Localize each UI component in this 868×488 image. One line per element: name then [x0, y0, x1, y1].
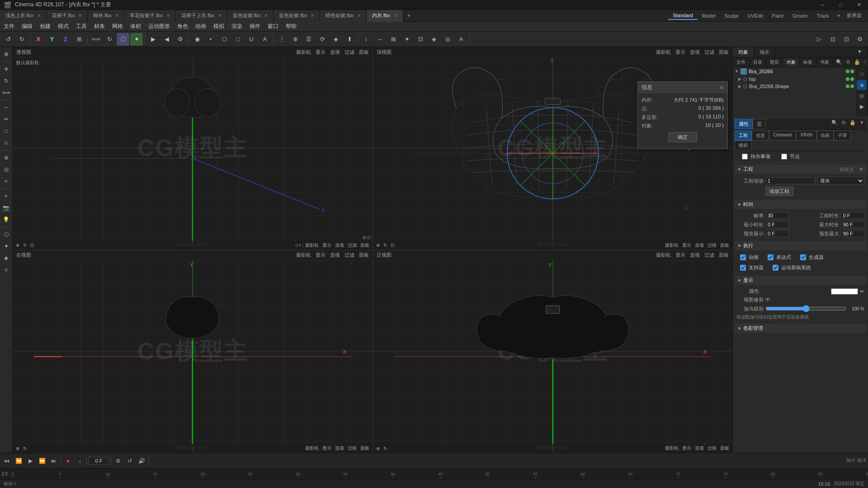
vp-top-cam[interactable]: 摄影机 [664, 242, 680, 249]
props-subtab-xrefs[interactable]: XRefs [796, 131, 816, 141]
vp-right-nav1[interactable]: ⊕ [14, 446, 21, 451]
toolbar-axis-z[interactable]: Z [59, 33, 72, 46]
tab-8-close[interactable]: ✕ [394, 13, 397, 18]
tab-3-close[interactable]: ✕ [166, 13, 170, 18]
toolbar-axis-x[interactable]: X [32, 33, 45, 46]
vp-front-panel[interactable]: 面板 [717, 252, 731, 258]
exec-cb-anim-input[interactable] [740, 254, 746, 260]
vp-right-cam[interactable]: 摄影机 [304, 445, 320, 451]
vp-top-panel[interactable]: 面板 [717, 49, 731, 56]
vp-front-camera[interactable]: 摄影机 [654, 252, 673, 258]
checkbox-node-input[interactable] [781, 154, 787, 160]
props-tab-layer[interactable]: 层 [753, 119, 766, 129]
vp-right-filter[interactable]: 过滤 [343, 252, 356, 258]
vp-front-nav1[interactable]: ⊕ [375, 446, 381, 451]
left-more1[interactable]: ⬡ [1, 229, 12, 240]
left-poly[interactable]: □ [1, 126, 12, 136]
menu-simulate[interactable]: 模拟 [210, 22, 228, 32]
left-select[interactable]: ⊕ [1, 49, 12, 60]
toolbar-render-quick[interactable]: ⊡ [826, 33, 839, 46]
exec-cb-expr[interactable]: 表达式 [764, 253, 795, 262]
vp-persp-filter[interactable]: 过滤 [343, 49, 356, 56]
vp-front-display[interactable]: 显示 [674, 252, 687, 258]
rpanel-subtab-catalog[interactable]: 目录 [750, 58, 766, 67]
toolbar-undo[interactable]: ↺ [2, 33, 14, 46]
menu-create[interactable]: 创建 [36, 22, 54, 32]
toolbar-poly-mode[interactable]: □ [231, 33, 244, 46]
toolbar-tool7[interactable]: ◎ [441, 33, 454, 46]
toolbar-render-region[interactable]: ◀ [160, 33, 173, 46]
props-subtab-bullet[interactable]: 子弹 [834, 131, 851, 141]
rpanel-search-btn[interactable]: 🔍 [834, 58, 844, 67]
prop-scale-unit-select[interactable]: 厘米 米 毫米 [817, 177, 865, 185]
menu-file[interactable]: 文件 [0, 22, 18, 32]
exec-cb-motion-input[interactable] [773, 265, 778, 271]
vp-right-sel[interactable]: 选项 [334, 445, 345, 451]
toolbar-interactive[interactable]: ⊡ [840, 33, 853, 46]
scale-project-button[interactable]: 缩放工程 [765, 187, 793, 196]
left-camera[interactable]: 📷 [1, 202, 12, 213]
props-presets-label[interactable]: 自定义 [836, 166, 857, 173]
vp-persp-disp[interactable]: 显示 [321, 242, 333, 249]
tab-mode-paint[interactable]: Paint [768, 12, 788, 19]
left-measure[interactable]: ⌖ [1, 191, 12, 202]
left-more2[interactable]: ✦ [1, 241, 12, 252]
menu-mesh[interactable]: 网格 [108, 22, 127, 32]
left-light[interactable]: 💡 [1, 214, 12, 225]
props-dropdown-btn[interactable]: ▼ [858, 119, 866, 129]
vp-persp-zoom-btn[interactable]: ⊡ [367, 235, 371, 240]
rpanel-subtab-bookmark[interactable]: 书签 [816, 58, 833, 67]
rpanel-lock-btn[interactable]: 🔒 [852, 58, 862, 67]
vp-front-nav2[interactable]: ↻ [382, 446, 388, 451]
vp-top-display[interactable]: 显示 [674, 49, 687, 56]
toolbar-tool4[interactable]: ✦ [401, 33, 413, 46]
tab-8[interactable]: 内衣.fbx✕ [367, 10, 403, 22]
tl-keyframe[interactable]: ⬦ [75, 456, 85, 466]
rp-icon-mat[interactable]: ◎ [857, 91, 867, 101]
toolbar-grid[interactable]: ⋮ [275, 33, 288, 46]
vp-front-cam[interactable]: 摄影机 [664, 445, 680, 451]
tl-goto-end[interactable]: ⏭ [49, 456, 59, 466]
vp-right-camera[interactable]: 摄影机 [294, 252, 313, 258]
menu-edit[interactable]: 编辑 [18, 22, 36, 32]
prop-scale-input[interactable] [765, 177, 816, 184]
tab-mode-standard[interactable]: Standard [668, 12, 698, 20]
toolbar-point-mode[interactable]: • [204, 33, 217, 46]
exec-cb-gen-input[interactable] [800, 254, 806, 260]
left-more3[interactable]: ◈ [1, 253, 12, 263]
left-rotate[interactable]: ↻ [1, 75, 12, 86]
toolbar-redo[interactable]: ↻ [15, 33, 28, 46]
toolbar-extrude[interactable]: ⬆ [343, 33, 356, 46]
vp-persp-camera[interactable]: 摄影机 [294, 49, 313, 56]
toolbar-edge-mode[interactable]: ⬡ [218, 33, 231, 46]
vp-persp-panel[interactable]: 面板 [357, 49, 371, 56]
toolbar-tool3[interactable]: ⊞ [387, 33, 400, 46]
vp-top-move[interactable]: 过移 [706, 242, 718, 249]
menu-volume[interactable]: 体积 [127, 22, 145, 32]
tl-audio[interactable]: 🔊 [137, 456, 146, 466]
minimize-button[interactable]: ─ [814, 0, 832, 10]
vp-top-filter[interactable]: 过滤 [703, 49, 716, 56]
rpanel-tab-object[interactable]: 对象 [733, 47, 754, 57]
vp-right-disp[interactable]: 显示 [321, 445, 333, 451]
toolbar-uvw-mode[interactable]: U [245, 33, 258, 46]
tab-2[interactable]: 棉袄.fbx✕ [88, 10, 124, 22]
vp-persp-nav2[interactable]: ↻ [22, 243, 28, 248]
toolbar-snap2[interactable]: ⊕ [289, 33, 302, 46]
tab-7[interactable]: 蜡色短裙.fbx✕ [320, 10, 367, 22]
props-subtab-cineware[interactable]: Cineware [769, 131, 796, 141]
vp-persp-move[interactable]: 过滤 [346, 242, 358, 249]
vp-persp-display[interactable]: 显示 [314, 49, 327, 56]
menu-render[interactable]: 渲染 [228, 22, 246, 32]
vp-top-disp[interactable]: 显示 [681, 242, 693, 249]
rpanel-subtab-file[interactable]: 文件 [733, 58, 750, 67]
tab-mode-sculpt[interactable]: Sculpt [720, 12, 743, 19]
tab-0[interactable]: 浅色上衣.fbx✕ [0, 10, 47, 22]
tab-4[interactable]: 花裤子上衣.fbx✕ [176, 10, 227, 22]
toolbar-transform[interactable]: ✦ [130, 33, 143, 46]
rpanel-tab-more[interactable]: ▼ [852, 47, 868, 57]
props-subtab-project[interactable]: 工程 [735, 131, 752, 141]
obj-shape[interactable]: ▶ ⬡ Bra_20266.Shape [733, 83, 856, 90]
toolbar-deform[interactable]: ⟳ [316, 33, 329, 46]
vp-front-filter[interactable]: 过滤 [703, 252, 716, 258]
